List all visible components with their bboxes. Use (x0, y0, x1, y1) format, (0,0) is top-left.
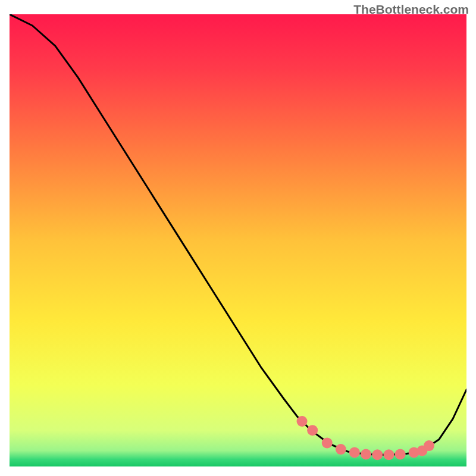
data-marker (297, 416, 308, 427)
watermark-text: TheBottleneck.com (353, 2, 469, 17)
bottleneck-curve (10, 14, 466, 466)
data-marker (307, 425, 318, 436)
plot-area (10, 14, 466, 466)
data-marker (424, 440, 434, 451)
data-marker (395, 449, 406, 459)
data-marker (383, 449, 394, 460)
data-marker (372, 449, 383, 460)
data-marker (349, 447, 360, 458)
data-marker (336, 444, 346, 455)
data-marker (322, 437, 333, 448)
chart-container: TheBottleneck.com (0, 0, 476, 476)
curve-path (10, 14, 466, 455)
data-marker (361, 449, 371, 459)
